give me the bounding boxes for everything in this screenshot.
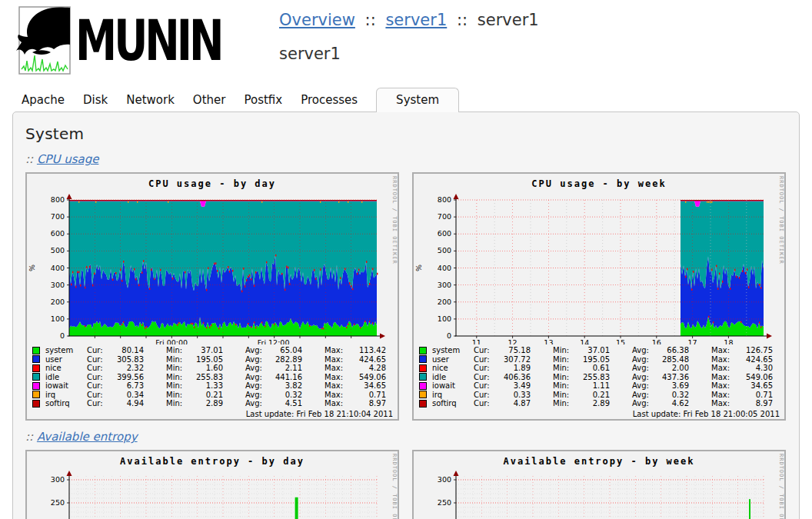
legend-label: nice — [429, 364, 474, 373]
svg-text:300: 300 — [51, 475, 65, 484]
legend-key: Min: — [553, 364, 579, 373]
tab-disk[interactable]: Disk — [74, 89, 117, 111]
legend-value: 2.11 — [271, 364, 302, 373]
tab-network[interactable]: Network — [117, 89, 184, 111]
tab-postfix[interactable]: Postfix — [235, 89, 291, 111]
svg-text:700: 700 — [438, 212, 451, 221]
svg-text:15: 15 — [616, 338, 625, 344]
tab-processes[interactable]: Processes — [291, 89, 367, 111]
graph-cpu-day[interactable]: CPU usage - by day 010020030040050060070… — [25, 172, 399, 421]
svg-text:12: 12 — [508, 338, 517, 344]
tab-other[interactable]: Other — [184, 89, 235, 111]
legend-value: 195.05 — [192, 355, 223, 364]
service-prefix: :: — [25, 430, 33, 444]
svg-text:14: 14 — [580, 338, 589, 344]
page-subtitle: server1 — [279, 45, 539, 63]
legend-value: 549.06 — [737, 373, 773, 382]
legend-value: 2.00 — [658, 364, 689, 373]
legend-row: systemCur:80.14Min:37.01Avg:65.04Max:113… — [28, 346, 398, 355]
munin-wordmark: MUNIN — [75, 6, 221, 76]
entropy-week-plot: 300250 — [414, 470, 784, 519]
svg-text:250: 250 — [51, 498, 65, 507]
available-entropy-link[interactable]: Available entropy — [37, 430, 138, 444]
legend-value: 8.97 — [351, 399, 386, 408]
breadcrumb-host-link[interactable]: server1 — [385, 11, 447, 29]
breadcrumb-overview-link[interactable]: Overview — [279, 11, 355, 29]
graph-entropy-day[interactable]: Available entropy - by day 300250 RRDTOO… — [25, 450, 399, 519]
svg-text:200: 200 — [438, 298, 451, 306]
legend-value: 399.56 — [113, 373, 144, 382]
legend-value: 305.83 — [113, 355, 144, 364]
legend-value: 0.21 — [192, 391, 223, 400]
legend-key: Max: — [711, 364, 737, 373]
tab-apache[interactable]: Apache — [12, 89, 74, 111]
legend-row: irqCur:0.33Min:0.21Avg:0.32Max:0.71 — [415, 391, 784, 400]
munin-raven-icon — [15, 6, 74, 75]
content-panel: System :: CPU usage CPU usage - by day 0… — [12, 111, 800, 519]
legend-value: 0.71 — [737, 391, 773, 400]
svg-text:Fri 12:00: Fri 12:00 — [258, 338, 290, 344]
legend-value: 2.32 — [113, 364, 144, 373]
graph-entropy-week[interactable]: Available entropy - by week 300250 RRDTO… — [412, 450, 786, 519]
legend-row: irqCur:0.34Min:0.21Avg:0.32Max:0.71 — [28, 391, 398, 400]
cpu-usage-link[interactable]: CPU usage — [37, 152, 99, 166]
legend-value: 0.61 — [579, 364, 610, 373]
svg-text:11: 11 — [472, 338, 481, 344]
legend-value: 2.89 — [579, 399, 610, 408]
service-prefix: :: — [25, 152, 33, 166]
legend-key: Min: — [553, 346, 579, 355]
legend-key: Min: — [166, 346, 192, 355]
legend-key: Avg: — [245, 381, 271, 391]
legend-value: 424.65 — [351, 355, 386, 364]
legend-row: systemCur:75.18Min:37.01Avg:66.38Max:126… — [415, 346, 784, 355]
last-update: Last update: Fri Feb 18 21:10:04 2011 — [27, 408, 398, 418]
svg-text:100: 100 — [438, 314, 451, 323]
legend-key: Min: — [553, 391, 579, 400]
svg-text:200: 200 — [51, 298, 65, 306]
graph-cpu-week[interactable]: CPU usage - by week 01002003004005006007… — [412, 172, 786, 421]
legend-value: 126.75 — [737, 346, 773, 355]
legend-value: 406.36 — [500, 373, 531, 382]
legend-key: Cur: — [474, 364, 500, 373]
legend-value: 549.06 — [351, 373, 386, 382]
legend-value: 113.42 — [351, 346, 386, 355]
legend-swatch-user — [419, 355, 427, 363]
svg-text:400: 400 — [438, 264, 451, 272]
svg-text:800: 800 — [51, 195, 65, 204]
legend-label: nice — [42, 364, 87, 373]
rrdtool-watermark: RRDTOOL / TOBI OETIKER — [778, 176, 784, 264]
svg-text:17: 17 — [688, 338, 697, 344]
legend-value: 0.32 — [658, 391, 689, 400]
legend-swatch-iowait — [32, 382, 40, 390]
legend-key: Avg: — [632, 399, 658, 408]
category-tab-bar: Apache Disk Network Other Postfix Proces… — [12, 88, 812, 111]
legend-swatch-nice — [32, 364, 40, 372]
legend-value: 80.14 — [113, 346, 144, 355]
rrdtool-watermark: RRDTOOL / TOBI OETIKER — [391, 454, 398, 519]
munin-page: MUNIN Overview :: server1 :: server1 ser… — [0, 0, 812, 519]
legend-key: Max: — [324, 373, 351, 382]
legend-key: Max: — [324, 399, 351, 408]
legend-value: 0.71 — [351, 391, 386, 400]
legend-row: userCur:305.83Min:195.05Avg:282.89Max:42… — [28, 355, 398, 364]
legend-value: 4.28 — [351, 364, 386, 373]
legend-label: user — [42, 355, 87, 364]
legend-key: Avg: — [245, 391, 271, 400]
legend-value: 4.87 — [500, 399, 531, 408]
legend-value: 8.97 — [737, 399, 773, 408]
legend-value: 3.49 — [500, 381, 531, 391]
cpu-day-plot: 0100200300400500600700800Fri 00:00Fri 12… — [27, 192, 398, 344]
tab-system[interactable]: System — [376, 88, 459, 112]
svg-text:700: 700 — [51, 212, 65, 221]
legend-key: Avg: — [632, 355, 658, 364]
legend-value: 282.89 — [271, 355, 302, 364]
legend-label: softirq — [42, 399, 87, 408]
legend-key: Max: — [711, 381, 737, 391]
legend-key: Cur: — [474, 399, 500, 408]
legend-key: Max: — [324, 381, 351, 391]
legend-value: 307.72 — [500, 355, 531, 364]
legend-value: 4.62 — [658, 399, 689, 408]
legend-key: Min: — [553, 355, 579, 364]
svg-text:500: 500 — [438, 246, 451, 255]
legend-key: Max: — [711, 399, 737, 408]
